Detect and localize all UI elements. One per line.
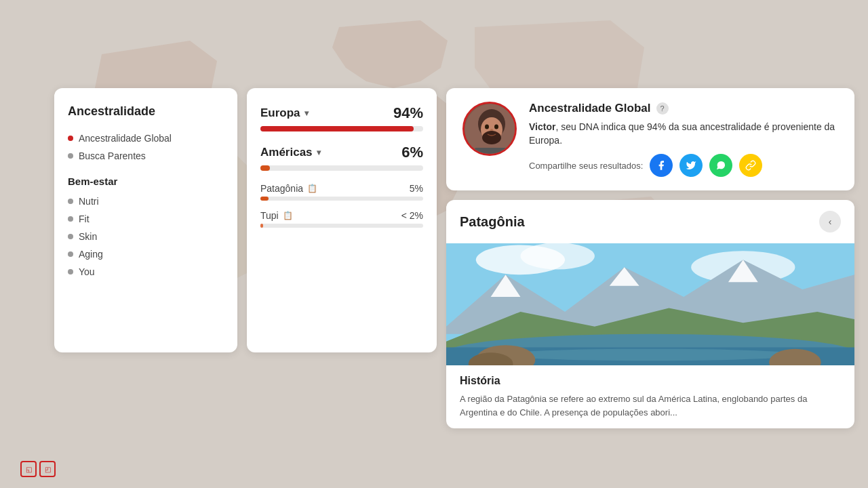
sidebar-dot-skin: [68, 234, 73, 239]
sidebar: Ancestralidade Ancestralidade Global Bus…: [54, 88, 237, 352]
sidebar-item-skin[interactable]: Skin: [68, 228, 224, 245]
sidebar-title: Ancestralidade: [68, 104, 224, 119]
info-content: Ancestralidade Global ? Victor, seu DNA …: [529, 102, 838, 177]
historia-section: História A região da Patagônia se refere…: [446, 365, 854, 428]
sidebar-dot-gray: [68, 153, 73, 159]
sidebar-dot-nutri: [68, 199, 73, 204]
info-text: Victor, seu DNA indica que 94% da sua an…: [529, 121, 838, 147]
svg-point-10: [520, 243, 594, 270]
tupi-info-icon[interactable]: 📋: [283, 211, 293, 220]
ancestry-panel: Europa ▾ 94% Américas ▾ 6% Patagônia 📋 5: [247, 88, 437, 352]
share-row: Compartilhe seus resultados:: [529, 154, 838, 177]
facebook-share-button[interactable]: [650, 154, 673, 177]
americas-label[interactable]: Américas ▾: [260, 146, 321, 159]
twitter-share-button[interactable]: [679, 154, 703, 177]
sidebar-item-busca-parentes[interactable]: Busca Parentes: [68, 147, 224, 165]
info-card: Ancestralidade Global ? Victor, seu DNA …: [446, 88, 854, 190]
info-card-title: Ancestralidade Global: [529, 102, 651, 115]
americas-percentage: 6%: [401, 144, 423, 161]
info-header: Ancestralidade Global ?: [529, 102, 838, 115]
sidebar-item-fit[interactable]: Fit: [68, 210, 224, 228]
historia-text: A região da Patagônia se refere ao extre…: [460, 392, 841, 419]
americas-progress-fill: [260, 165, 270, 171]
historia-title: História: [460, 375, 841, 387]
main-content: Ancestralidade Ancestralidade Global Bus…: [0, 0, 868, 488]
sidebar-dot-red: [68, 136, 73, 141]
sidebar-item-ancestralidade-global[interactable]: Ancestralidade Global: [68, 129, 224, 147]
patagonia-image: [446, 243, 854, 365]
tupi-bar-fill: [260, 224, 263, 228]
tupi-bar-container: [260, 224, 423, 228]
whatsapp-share-button[interactable]: [709, 154, 732, 177]
patagonia-card: Patagônia ‹: [446, 200, 854, 428]
share-label: Compartilhe seus resultados:: [529, 161, 643, 171]
ancestry-nav-section: Ancestralidade Global Busca Parentes: [68, 129, 224, 165]
patagonia-bar-container: [260, 197, 423, 201]
help-icon[interactable]: ?: [656, 102, 669, 115]
sidebar-dot-aging: [68, 251, 73, 257]
europa-chevron-icon: ▾: [304, 108, 309, 118]
bottom-icon-left[interactable]: ◱: [20, 461, 37, 477]
europa-row: Europa ▾ 94%: [260, 104, 423, 122]
europa-progress-container: [260, 126, 423, 131]
patagonia-sub-row: Patagônia 📋 5%: [260, 183, 423, 194]
sidebar-dot-you: [68, 269, 73, 274]
svg-point-6: [482, 131, 501, 144]
sidebar-item-aging[interactable]: Aging: [68, 245, 224, 263]
patagonia-bar-fill: [260, 197, 269, 201]
patagonia-info-icon[interactable]: 📋: [307, 184, 317, 193]
bottom-icon-right[interactable]: ◰: [39, 461, 56, 477]
americas-progress-container: [260, 165, 423, 171]
copy-link-button[interactable]: [739, 154, 762, 177]
patagonia-sub-label: Patagônia 📋: [260, 183, 317, 194]
sidebar-item-you[interactable]: You: [68, 263, 224, 281]
svg-point-19: [502, 349, 799, 361]
wellbeing-nav-section: Nutri Fit Skin Aging You: [68, 192, 224, 281]
europa-label[interactable]: Europa ▾: [260, 106, 309, 120]
americas-chevron-icon: ▾: [317, 148, 321, 157]
patagonia-header: Patagônia ‹: [446, 200, 854, 243]
sidebar-dot-fit: [68, 216, 73, 222]
bottom-icons: ◱ ◰: [20, 461, 56, 477]
sidebar-item-nutri[interactable]: Nutri: [68, 192, 224, 210]
avatar: [462, 102, 517, 156]
tupi-percentage: < 2%: [401, 210, 423, 221]
patagonia-percentage: 5%: [410, 183, 423, 194]
right-panel: Ancestralidade Global ? Victor, seu DNA …: [446, 88, 854, 428]
europa-percentage: 94%: [393, 104, 423, 122]
patagonia-title: Patagônia: [460, 214, 525, 230]
info-name: Victor: [529, 121, 555, 132]
avatar-container: [462, 102, 517, 156]
svg-point-3: [485, 125, 489, 129]
europa-progress-fill: [260, 126, 414, 131]
patagonia-nav-back-button[interactable]: ‹: [819, 211, 841, 232]
americas-row: Américas ▾ 6%: [260, 144, 423, 161]
wellbeing-section-title: Bem-estar: [68, 176, 224, 187]
tupi-sub-label: Tupi 📋: [260, 210, 293, 221]
svg-point-4: [494, 125, 498, 129]
svg-rect-7: [475, 148, 509, 156]
tupi-sub-row: Tupi 📋 < 2%: [260, 210, 423, 221]
